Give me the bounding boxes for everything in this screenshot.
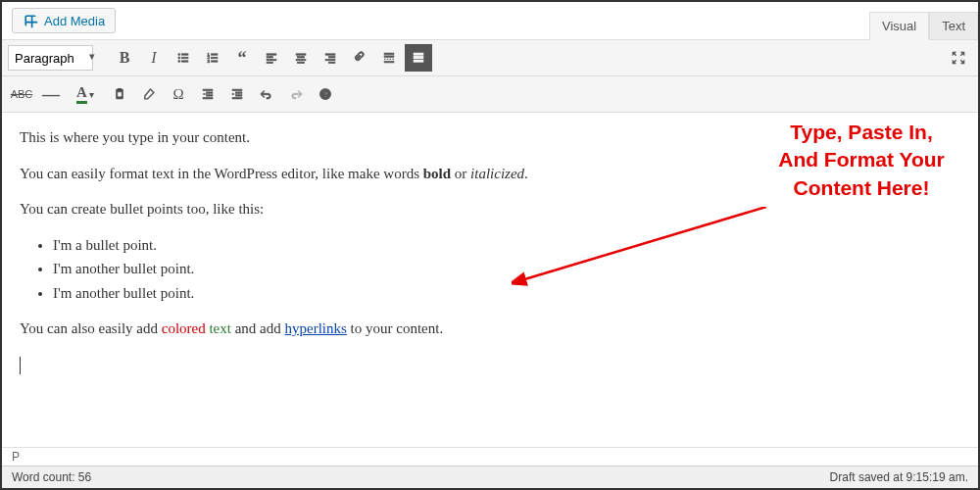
text-color-button[interactable]: A ▾ (67, 80, 104, 108)
blockquote-button[interactable]: “ (228, 44, 256, 72)
svg-rect-1 (182, 54, 188, 55)
strikethrough-button[interactable]: ABC (8, 80, 35, 108)
svg-rect-32 (420, 57, 423, 59)
status-bar: Word count: 56 Draft saved at 9:15:19 am… (2, 466, 978, 488)
svg-text:?: ? (323, 90, 328, 99)
tab-visual[interactable]: Visual (869, 12, 929, 40)
svg-point-4 (178, 60, 180, 62)
bold-button[interactable]: B (111, 44, 138, 72)
svg-rect-21 (329, 57, 335, 58)
svg-rect-12 (267, 54, 276, 55)
colored-text: text (209, 320, 231, 336)
chevron-down-icon: ▾ (89, 89, 94, 100)
add-media-button[interactable]: Add Media (12, 8, 116, 33)
hyperlink[interactable]: hyperlinks (285, 320, 347, 336)
svg-rect-15 (267, 62, 272, 63)
paste-text-button[interactable] (106, 80, 133, 108)
editor-topbar: Add Media Visual Text (2, 2, 978, 40)
undo-button[interactable] (253, 80, 280, 108)
element-path-bar[interactable]: P (2, 447, 978, 466)
help-icon: ? (318, 86, 332, 102)
fullscreen-icon (950, 49, 967, 67)
help-button[interactable]: ? (312, 80, 339, 108)
undo-icon (260, 86, 273, 102)
link-button[interactable] (346, 44, 373, 72)
svg-rect-17 (298, 57, 305, 58)
outdent-button[interactable] (194, 80, 221, 108)
svg-rect-28 (417, 53, 420, 55)
align-center-button[interactable] (287, 44, 315, 72)
indent-icon (230, 86, 244, 102)
svg-rect-42 (236, 92, 242, 93)
svg-rect-40 (203, 98, 213, 99)
toolbar-row-1: Paragraph B I 123 “ (2, 40, 978, 76)
list-item: I'm another bullet point. (53, 258, 960, 280)
paragraph-format-select[interactable]: Paragraph (8, 45, 93, 71)
svg-rect-29 (420, 53, 423, 55)
read-more-button[interactable] (375, 44, 403, 72)
svg-rect-25 (384, 56, 394, 57)
add-media-label: Add Media (44, 14, 105, 28)
svg-rect-9 (212, 57, 218, 58)
svg-rect-37 (203, 89, 213, 90)
read-more-icon (382, 50, 396, 66)
eraser-icon (142, 86, 156, 102)
toolbar-row-2: ABC — A ▾ Ω (2, 76, 978, 113)
svg-rect-14 (267, 59, 276, 60)
svg-rect-11 (212, 61, 218, 62)
toolbar-toggle-button[interactable] (405, 44, 432, 72)
editor-frame: Add Media Visual Text Paragraph B I 123 … (0, 0, 980, 490)
svg-rect-24 (384, 53, 394, 54)
align-left-button[interactable] (258, 44, 285, 72)
italic-button[interactable]: I (140, 44, 168, 72)
svg-rect-22 (325, 59, 335, 60)
toolbar-toggle-icon (412, 50, 425, 66)
svg-rect-44 (232, 98, 242, 99)
svg-rect-41 (232, 89, 242, 90)
content-paragraph: You can also easily add colored text and… (20, 318, 960, 340)
svg-rect-26 (384, 62, 394, 63)
bullet-list: I'm a bullet point. I'm another bullet p… (20, 234, 960, 305)
tab-text[interactable]: Text (929, 12, 978, 39)
svg-rect-43 (236, 95, 242, 96)
cursor-position (20, 354, 960, 376)
svg-rect-33 (414, 60, 423, 62)
bullet-list-icon (176, 50, 190, 66)
list-item: I'm a bullet point. (53, 234, 960, 257)
svg-rect-39 (207, 95, 213, 96)
svg-text:3: 3 (207, 59, 210, 64)
bullet-list-button[interactable] (170, 44, 197, 72)
svg-rect-18 (296, 59, 306, 60)
special-character-button[interactable]: Ω (165, 80, 192, 108)
bold-text: bold (423, 166, 451, 181)
word-count: Word count: 56 (12, 470, 91, 484)
redo-button[interactable] (282, 80, 310, 108)
svg-rect-3 (182, 57, 188, 58)
editor-content-area[interactable]: This is where you type in your content. … (2, 113, 978, 447)
clipboard-icon (113, 86, 126, 102)
indent-button[interactable] (223, 80, 251, 108)
content-paragraph: You can create bullet points too, like t… (20, 198, 960, 220)
horizontal-rule-button[interactable]: — (37, 80, 65, 108)
align-right-button[interactable] (317, 44, 344, 72)
list-item: I'm another bullet point. (53, 282, 960, 305)
svg-rect-19 (298, 62, 305, 63)
editor-mode-tabs: Visual Text (869, 12, 978, 39)
svg-point-0 (178, 53, 180, 55)
fullscreen-button[interactable] (945, 44, 972, 72)
svg-rect-31 (417, 57, 420, 59)
svg-rect-16 (296, 54, 306, 55)
content-paragraph: This is where you type in your content. (20, 126, 960, 149)
align-right-icon (323, 50, 337, 66)
clear-formatting-button[interactable] (135, 80, 163, 108)
draft-saved-status: Draft saved at 9:15:19 am. (830, 470, 968, 484)
svg-rect-38 (207, 92, 213, 93)
svg-rect-36 (118, 92, 122, 97)
outdent-icon (201, 86, 215, 102)
numbered-list-button[interactable]: 123 (199, 44, 226, 72)
svg-point-2 (178, 57, 180, 59)
media-icon (23, 13, 38, 28)
svg-rect-7 (212, 54, 218, 55)
align-left-icon (265, 50, 278, 66)
content-paragraph: You can easily format text in the WordPr… (20, 163, 960, 185)
